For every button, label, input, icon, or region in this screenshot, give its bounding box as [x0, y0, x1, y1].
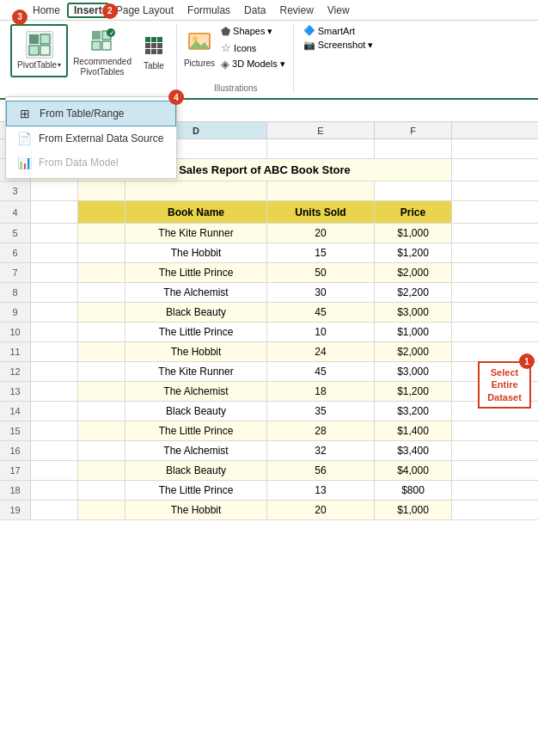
shapes-button[interactable]: ⬟ Shapes ▾ — [218, 24, 288, 39]
row-6: 6 The Hobbit 15 $1,200 — [0, 243, 538, 263]
menubar: 3 Home Insert 2 Page Layout Formulas Dat… — [0, 0, 538, 21]
col-header-E[interactable]: E — [267, 122, 375, 138]
cell-F4-header[interactable]: Price — [375, 201, 452, 223]
row-4: 4 Book Name Units Sold Price — [0, 201, 538, 224]
svg-point-11 — [193, 36, 198, 41]
col-header-F[interactable]: F — [375, 122, 452, 138]
row-15: 15 The Little Prince 28 $1,400 — [0, 421, 538, 441]
pivottable-button[interactable]: PivotTable ▾ — [10, 24, 68, 77]
menu-page-layout[interactable]: Page Layout — [109, 3, 180, 18]
recommended-pivottables-label: Recommended PivotTables — [73, 57, 131, 77]
cell-D4-header[interactable]: Book Name — [125, 201, 267, 223]
ribbon-group-smart: 🔷 SmartArt 📷 Screenshot ▾ — [296, 24, 382, 93]
step4-badge: 4 — [168, 89, 184, 105]
from-table-icon: ⊞ — [17, 107, 33, 120]
cell-E4-header[interactable]: Units Sold — [267, 201, 375, 223]
pictures-icon — [186, 24, 213, 58]
spreadsheet: 1 2 Sales Report of ABC Book Store 3 — [0, 139, 538, 520]
row-13: 13 The Alchemist 18 $1,200 — [0, 382, 538, 402]
recommended-pivottables-icon: ✓ — [89, 28, 116, 55]
3d-models-icon: ◈ — [221, 58, 229, 71]
row-12: 12 The Kite Runner 45 $3,000 — [0, 362, 538, 382]
screenshot-icon: 📷 — [303, 40, 315, 51]
dropdown-from-external[interactable]: 📄 From External Data Source — [6, 126, 176, 151]
menu-review[interactable]: Review — [272, 3, 320, 18]
shapes-icon: ⬟ — [221, 25, 230, 38]
cell-E3[interactable] — [267, 181, 375, 200]
row-7: 7 The Little Prince 50 $2,000 — [0, 263, 538, 283]
recommended-pivottables-button[interactable]: ✓ Recommended PivotTables — [70, 24, 135, 81]
svg-rect-4 — [92, 31, 101, 40]
from-external-icon: 📄 — [16, 132, 32, 145]
cell-E1[interactable] — [267, 139, 375, 158]
svg-rect-0 — [29, 34, 39, 44]
step1-annotation: 1 Select Entire Dataset — [478, 361, 531, 409]
step3-badge: 3 — [12, 9, 28, 25]
from-data-model-icon: 📊 — [16, 156, 32, 169]
cell-B3[interactable] — [31, 181, 78, 200]
row-num-4: 4 — [0, 201, 31, 223]
icons-icon: ☆ — [221, 41, 231, 54]
row-16: 16 The Alchemist 32 $3,400 — [0, 441, 538, 461]
cell-F1[interactable] — [375, 139, 452, 158]
row-19: 19 The Hobbit 20 $1,000 — [0, 501, 538, 520]
cell-C3[interactable] — [78, 181, 125, 200]
svg-rect-1 — [40, 34, 50, 44]
pictures-button[interactable]: Pictures — [184, 24, 215, 68]
svg-rect-2 — [29, 46, 39, 55]
pictures-label: Pictures — [184, 58, 215, 68]
ribbon-group-illustrations: Pictures ⬟ Shapes ▾ ☆ Icons ◈ — [179, 24, 294, 93]
illustrations-group-label: Illustrations — [214, 80, 258, 93]
step1-badge: 1 — [519, 353, 535, 369]
cell-C4[interactable] — [78, 201, 125, 223]
svg-rect-3 — [40, 46, 50, 55]
row-5: 5 The Kite Runner 20 $1,000 — [0, 224, 538, 243]
pivottable-dropdown-menu: 4 ⊞ From Table/Range 📄 From External Dat… — [5, 96, 177, 179]
screenshot-button[interactable]: 📷 Screenshot ▾ — [301, 39, 376, 52]
table-button[interactable]: Table — [137, 24, 171, 77]
menu-data[interactable]: Data — [237, 3, 272, 18]
ribbon: PivotTable ▾ — [0, 21, 538, 100]
smartart-icon: 🔷 — [303, 25, 315, 36]
row-8: 8 The Alchemist 30 $2,200 — [0, 283, 538, 303]
step2-badge: 2 — [102, 3, 118, 19]
row-num-3: 3 — [0, 181, 31, 200]
row-3: 3 — [0, 181, 538, 201]
smartart-button[interactable]: 🔷 SmartArt — [301, 24, 376, 37]
dropdown-from-table-range[interactable]: ⊞ From Table/Range — [6, 101, 176, 126]
row-18: 18 The Little Prince 13 $800 — [0, 481, 538, 501]
svg-rect-7 — [102, 41, 111, 50]
table-label: Table — [144, 61, 164, 71]
cell-F3[interactable] — [375, 181, 452, 200]
row-10: 10 The Little Prince 10 $1,000 — [0, 323, 538, 342]
menu-view[interactable]: View — [321, 3, 357, 18]
pivottable-dropdown-arrow[interactable]: ▾ — [58, 61, 61, 69]
ribbon-group-tables: PivotTable ▾ — [5, 24, 177, 93]
svg-rect-6 — [92, 41, 101, 50]
cell-B4[interactable] — [31, 201, 78, 223]
menu-home[interactable]: Home — [26, 3, 67, 18]
3d-models-button[interactable]: ◈ 3D Models ▾ — [218, 57, 288, 71]
pivottable-icon — [26, 31, 53, 58]
table-icon — [140, 32, 168, 59]
row-9: 9 Black Beauty 45 $3,000 — [0, 303, 538, 323]
icons-button[interactable]: ☆ Icons — [218, 40, 288, 55]
menu-formulas[interactable]: Formulas — [180, 3, 237, 18]
cell-D3[interactable] — [125, 181, 267, 200]
row-17: 17 Black Beauty 56 $4,000 — [0, 461, 538, 481]
row-14: 14 Black Beauty 35 $3,200 — [0, 402, 538, 421]
svg-text:✓: ✓ — [109, 30, 114, 36]
pivottable-label: PivotTable — [17, 60, 57, 71]
row-11: 11 The Hobbit 24 $2,000 — [0, 342, 538, 362]
dropdown-from-data-model: 📊 From Data Model — [6, 151, 176, 175]
